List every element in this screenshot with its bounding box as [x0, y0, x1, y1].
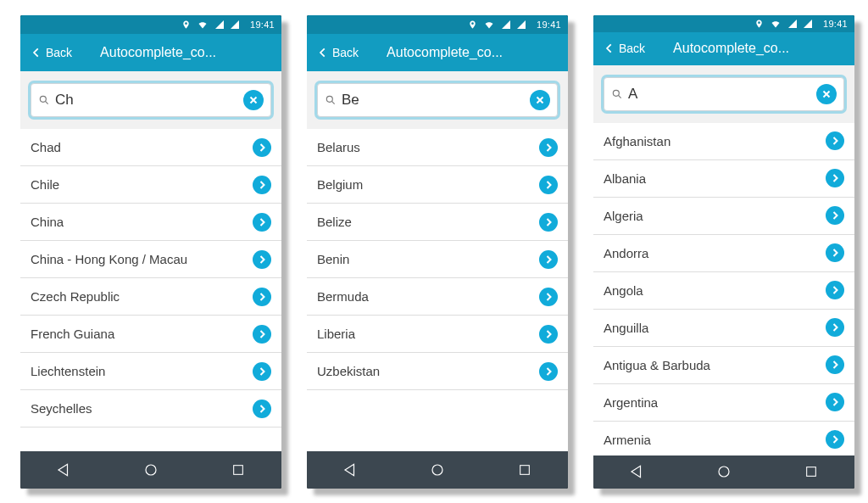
list-item[interactable]: Seychelles: [20, 390, 281, 428]
chevron-right-icon: [539, 138, 558, 157]
chevron-right-icon: [539, 362, 558, 381]
list-item-label: Chile: [31, 177, 253, 192]
app-header: Back Autocomplete_co...: [20, 34, 281, 71]
page-title: Autocomplete_co...: [362, 45, 561, 60]
nav-recent-button[interactable]: [499, 463, 550, 477]
location-icon: [181, 19, 191, 31]
android-status-bar: 19:41: [307, 15, 568, 34]
nav-back-button[interactable]: [38, 462, 89, 478]
list-item[interactable]: Liberia: [307, 316, 568, 353]
list-item[interactable]: Andorra: [593, 235, 854, 272]
search-area: [593, 65, 854, 123]
nav-recent-button[interactable]: [213, 463, 264, 477]
search-field[interactable]: [317, 83, 558, 117]
list-item-label: Chad: [31, 140, 253, 154]
svg-point-0: [40, 96, 46, 102]
clear-search-button[interactable]: [243, 90, 264, 110]
list-item[interactable]: Anguilla: [593, 310, 854, 347]
chevron-right-icon: [539, 288, 558, 306]
chevron-right-icon: [253, 288, 271, 306]
signal-icon: [501, 20, 511, 30]
list-item[interactable]: Uzbekistan: [307, 353, 568, 390]
chevron-right-icon: [253, 176, 271, 194]
list-item[interactable]: French Guiana: [20, 316, 281, 353]
signal-icon: [787, 19, 798, 29]
back-button[interactable]: Back: [27, 42, 75, 63]
list-item[interactable]: Algeria: [593, 198, 854, 235]
list-item[interactable]: Antigua & Barbuda: [593, 347, 854, 384]
nav-home-button[interactable]: [125, 462, 176, 478]
chevron-right-icon: [826, 243, 844, 262]
chevron-right-icon: [826, 131, 844, 150]
list-item[interactable]: Afghanistan: [593, 123, 854, 160]
status-clock: 19:41: [823, 19, 848, 29]
android-nav-bar: [20, 451, 281, 489]
nav-back-button[interactable]: [325, 462, 376, 478]
chevron-right-icon: [253, 213, 271, 232]
list-item-label: Uzbekistan: [317, 364, 539, 378]
android-nav-bar: [307, 451, 568, 489]
results-list: ChadChileChinaChina - Hong Kong / MacauC…: [20, 129, 281, 451]
list-item[interactable]: Czech Republic: [20, 278, 281, 316]
results-list: AfghanistanAlbaniaAlgeriaAndorraAngolaAn…: [593, 123, 854, 455]
nav-home-button[interactable]: [698, 464, 749, 479]
nav-home-button[interactable]: [412, 462, 463, 478]
chevron-right-icon: [826, 355, 844, 374]
svg-marker-18: [632, 467, 641, 478]
search-field[interactable]: [604, 77, 844, 111]
page-title: Autocomplete_co...: [75, 45, 275, 60]
back-button[interactable]: Back: [600, 38, 648, 59]
svg-rect-20: [806, 467, 815, 477]
svg-point-12: [432, 465, 442, 475]
list-item[interactable]: Albania: [593, 160, 854, 198]
search-icon: [325, 94, 337, 106]
list-item-label: Liberia: [317, 327, 539, 341]
back-label: Back: [619, 42, 645, 55]
signal-icon: [214, 20, 225, 30]
list-item-label: Armenia: [604, 433, 826, 447]
svg-line-1: [45, 101, 47, 103]
svg-marker-11: [345, 464, 354, 476]
list-item[interactable]: Benin: [307, 241, 568, 278]
svg-rect-6: [233, 466, 242, 475]
list-item[interactable]: Chad: [20, 129, 281, 166]
back-label: Back: [46, 46, 72, 59]
chevron-right-icon: [253, 362, 271, 381]
back-button[interactable]: Back: [314, 42, 362, 63]
search-input[interactable]: [55, 92, 243, 109]
list-item[interactable]: Argentina: [593, 384, 854, 422]
list-item[interactable]: Bermuda: [307, 278, 568, 316]
list-item[interactable]: Liechtenstein: [20, 353, 281, 390]
list-item-label: Belarus: [317, 140, 539, 154]
list-item[interactable]: Armenia: [593, 422, 854, 455]
list-item[interactable]: China: [20, 204, 281, 241]
search-input[interactable]: [628, 86, 816, 103]
list-item-label: Bermuda: [317, 289, 539, 304]
chevron-right-icon: [253, 250, 271, 269]
svg-point-5: [146, 465, 156, 475]
clear-search-button[interactable]: [816, 84, 837, 104]
app-header: Back Autocomplete_co...: [593, 32, 854, 65]
list-item-label: Belgium: [317, 177, 539, 192]
search-input[interactable]: [342, 92, 530, 109]
chevron-right-icon: [253, 325, 271, 344]
list-item-label: Angola: [604, 283, 826, 298]
location-icon: [468, 19, 477, 31]
list-item[interactable]: Belgium: [307, 166, 568, 204]
search-field[interactable]: [31, 83, 271, 117]
clear-search-button[interactable]: [530, 90, 550, 110]
svg-line-8: [331, 101, 334, 103]
list-item[interactable]: Angola: [593, 272, 854, 310]
nav-back-button[interactable]: [611, 464, 662, 479]
list-item[interactable]: China - Hong Kong / Macau: [20, 241, 281, 278]
chevron-right-icon: [253, 400, 271, 418]
list-item[interactable]: Chile: [20, 166, 281, 204]
list-item-label: China - Hong Kong / Macau: [31, 252, 253, 266]
android-status-bar: 19:41: [593, 15, 854, 32]
chevron-right-icon: [539, 325, 558, 344]
signal-icon: [516, 20, 526, 30]
list-item[interactable]: Belarus: [307, 129, 568, 166]
chevron-right-icon: [826, 206, 844, 225]
nav-recent-button[interactable]: [786, 465, 837, 478]
list-item[interactable]: Belize: [307, 204, 568, 241]
